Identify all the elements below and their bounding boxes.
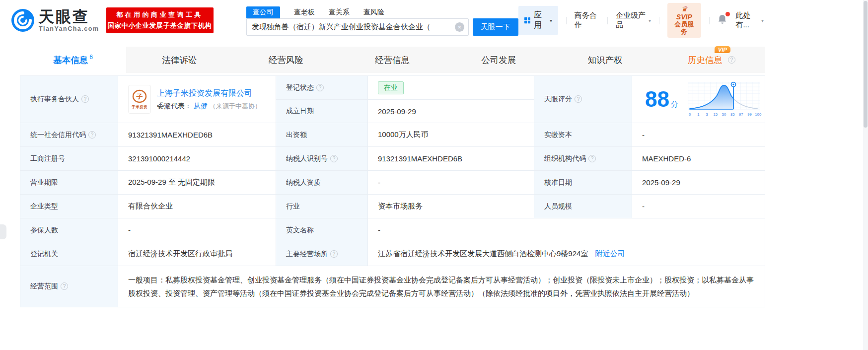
svg-text:3: 3 [706, 112, 708, 117]
field-label-reg-authority: 登记机关 [20, 242, 118, 266]
field-value-approve-date: 2025-09-29 [632, 171, 765, 195]
field-value-capital: 10000万人民币 [368, 123, 534, 147]
tab-company-development[interactable]: 公司发展 [445, 47, 552, 73]
top-header: 天眼查 TianYanCha.com 都在用的商业查询工具 国家中小企业发展子基… [0, 0, 868, 41]
field-value-reg-authority: 宿迁经济技术开发区行政审批局 [118, 242, 276, 266]
enterprise-products-label: 企业级产品 [616, 11, 646, 30]
scrollbar-thumb[interactable] [864, 1, 868, 128]
tianyancha-logo[interactable]: 天眼查 TianYanCha.com [11, 8, 99, 32]
score-distribution-chart: 0 1 3 15 50 85 97 99 100 [686, 78, 762, 120]
field-label-insured-count: 参保人数 [20, 218, 118, 242]
help-icon[interactable]: ? [728, 56, 735, 64]
field-label-reg-status: 登记状态? [276, 76, 368, 100]
chevron-down-icon: ▾ [649, 18, 651, 23]
header-nav: 应用 ▾ 商务合作 企业级产品 ▾ ♛ SVIP 会员服务 此处有... ▾ [518, 3, 868, 38]
svip-label: SVIP [676, 13, 692, 21]
field-label-business-scope: 经营范围? [20, 266, 118, 307]
search-tab-company[interactable]: 查公司 [246, 6, 280, 18]
tab-basic-info[interactable]: 基本信息 6 [20, 47, 126, 73]
field-value-company-type: 有限合伙企业 [118, 195, 276, 218]
search-tab-relation[interactable]: 查关系 [329, 8, 350, 18]
field-label-business-place: 主要经营场所? [276, 242, 368, 266]
partner-logo-text: 子米投资 [132, 105, 147, 110]
svg-text:1: 1 [697, 112, 699, 117]
notifications-button[interactable] [717, 14, 727, 27]
apps-menu[interactable]: 应用 ▾ [518, 6, 558, 35]
help-icon[interactable]: ? [316, 84, 324, 91]
field-label-score: 天眼评分? [534, 76, 632, 123]
svg-text:99: 99 [747, 112, 752, 117]
promo-banner: 都在用的商业查询工具 国家中小企业发展子基金旗下机构 [106, 7, 214, 33]
field-value-business-place: 江苏省宿迁经济技术开发区发展大道西侧白酒检测中心9楼924室 附近公司 [368, 242, 765, 266]
page-scrollbar[interactable] [863, 0, 868, 350]
side-float-handle[interactable] [0, 224, 6, 239]
field-value-english-name: - [368, 218, 765, 242]
notification-dot [725, 12, 730, 16]
tab-history-info[interactable]: VIP 历史信息 ? [658, 47, 765, 73]
help-icon[interactable]: ? [575, 95, 582, 103]
svg-text:0: 0 [689, 112, 691, 117]
nearby-companies-link[interactable]: 附近公司 [595, 249, 625, 258]
field-label-approve-date: 核准日期 [534, 171, 632, 195]
tianyancha-logo-icon [11, 8, 35, 32]
representative-name-link[interactable]: 从健 [194, 102, 208, 110]
tab-operating-info[interactable]: 经营信息 [339, 47, 445, 73]
field-value-executive-partner: 子 子米投资 上海子米投资发展有限公司 委派代表： 从健 （来源于中基协） [118, 76, 276, 123]
field-label-establish-date: 成立日期 [276, 100, 368, 123]
field-label-credit-code: 统一社会信用代码? [20, 123, 118, 147]
brand-domain: TianYanCha.com [39, 26, 99, 32]
search-input[interactable] [246, 18, 469, 36]
svip-sublabel: 会员服务 [673, 21, 695, 36]
help-icon[interactable]: ? [81, 95, 89, 103]
help-icon[interactable]: ? [61, 282, 68, 290]
clear-search-icon[interactable]: × [455, 22, 464, 32]
search-tab-boss[interactable]: 查老板 [294, 8, 315, 18]
divider [566, 17, 567, 24]
tab-intellectual-property[interactable]: 知识产权 [552, 47, 658, 73]
search-button[interactable]: 天眼一下 [473, 18, 518, 36]
svg-text:子: 子 [136, 93, 143, 100]
tab-legal-proceedings[interactable]: 法律诉讼 [126, 47, 232, 73]
help-icon[interactable]: ? [330, 155, 338, 162]
user-menu[interactable]: 此处有... ▾ [735, 11, 764, 30]
help-icon[interactable]: ? [88, 131, 96, 139]
field-value-industry: 资本市场服务 [368, 195, 534, 218]
field-value-business-scope: 一般项目：私募股权投资基金管理、创业投资基金管理服务（须在中国证券投资基金业协会… [118, 266, 765, 307]
promo-banner-line2: 国家中小企业发展子基金旗下机构 [108, 21, 212, 30]
partner-company-logo: 子 子米投资 [128, 85, 151, 114]
field-label-executive-partner: 执行事务合伙人? [20, 76, 118, 123]
tab-operating-risk[interactable]: 经营风险 [233, 47, 339, 73]
business-cooperation-link[interactable]: 商务合作 [575, 11, 599, 30]
field-value-org-code: MAEXHDED-6 [632, 147, 765, 171]
user-menu-label: 此处有... [735, 11, 759, 30]
field-label-business-term: 营业期限 [20, 171, 118, 195]
search-tab-risk[interactable]: 查风险 [363, 8, 384, 18]
svg-text:100: 100 [755, 112, 761, 117]
field-value-establish-date: 2025-09-29 [368, 100, 534, 123]
apps-label: 应用 [534, 10, 546, 31]
search-area: 查公司 查老板 查关系 查风险 × 天眼一下 [246, 5, 518, 36]
promo-banner-line1: 都在用的商业查询工具 [116, 10, 203, 19]
field-label-industry: 行业 [276, 195, 368, 218]
score-axis-ticks: 0 1 3 15 50 85 97 99 100 [689, 112, 761, 117]
field-value-business-term: 2025-09-29 至 无固定期限 [118, 171, 276, 195]
field-value-insured-count: - [118, 218, 276, 242]
enterprise-products-menu[interactable]: 企业级产品 ▾ [616, 11, 651, 30]
partner-company-link[interactable]: 上海子米投资发展有限公司 [157, 89, 252, 97]
field-value-reg-number: 321391000214442 [118, 147, 276, 171]
field-label-company-type: 企业类型 [20, 195, 118, 218]
field-value-credit-code: 91321391MAEXHDED6B [118, 123, 276, 147]
field-label-reg-number: 工商注册号 [20, 147, 118, 171]
help-icon[interactable]: ? [330, 250, 338, 258]
help-icon[interactable]: ? [588, 155, 596, 162]
field-label-taxpayer-quality: 纳税人资质 [276, 171, 368, 195]
svip-membership-button[interactable]: ♛ SVIP 会员服务 [667, 3, 701, 38]
field-value-paid-capital: - [632, 123, 765, 147]
apps-grid-icon [524, 16, 530, 24]
field-label-capital: 出资额 [276, 123, 368, 147]
vip-badge: VIP [715, 46, 730, 53]
representative-label: 委派代表： [157, 102, 192, 110]
svg-text:50: 50 [722, 112, 726, 117]
field-label-taxpayer-id: 纳税人识别号? [276, 147, 368, 171]
crown-icon: ♛ [681, 5, 687, 13]
